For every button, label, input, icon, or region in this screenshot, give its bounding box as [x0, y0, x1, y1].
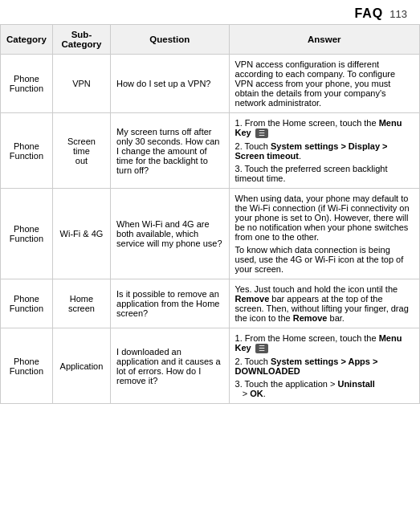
category-cell: PhoneFunction: [1, 55, 53, 113]
category-cell: PhoneFunction: [1, 328, 53, 404]
menu-key-icon: ☰: [255, 128, 268, 138]
subcategory-cell: Application: [52, 328, 110, 404]
subcategory-cell: VPN: [52, 55, 110, 113]
subcategory-cell: Wi-Fi & 4G: [52, 189, 110, 279]
faq-table: Category Sub-Category Question Answer Ph…: [0, 24, 420, 404]
table-row: PhoneFunction Application I downloaded a…: [1, 328, 420, 404]
subcategory-cell: Home screen: [52, 279, 110, 328]
answer-item: 1. From the Home screen, touch the Menu …: [235, 333, 414, 353]
answer-paragraph: When using data, your phone may default …: [235, 194, 414, 242]
answer-item: 1. From the Home screen, touch the Menu …: [235, 118, 414, 138]
table-row: PhoneFunction Wi-Fi & 4G When Wi-Fi and …: [1, 189, 420, 279]
col-header-subcategory: Sub-Category: [52, 25, 110, 55]
category-cell: PhoneFunction: [1, 113, 53, 189]
answer-item: 3. Touch the application > Uninstall > O…: [235, 379, 414, 398]
answer-item: 2. Touch System settings > Apps > DOWNLO…: [235, 357, 414, 376]
col-header-category: Category: [1, 25, 53, 55]
table-header-row: Category Sub-Category Question Answer: [1, 25, 420, 55]
menu-key-icon: ☰: [255, 344, 268, 353]
answer-cell: VPN access configuration is different ac…: [229, 55, 419, 113]
page-title: FAQ: [354, 6, 383, 21]
answer-cell: 1. From the Home screen, touch the Menu …: [229, 113, 419, 189]
question-cell: How do I set up a VPN?: [111, 55, 229, 113]
answer-item: 3. Touch the preferred screen backlight …: [235, 164, 414, 183]
answer-cell: 1. From the Home screen, touch the Menu …: [229, 328, 419, 404]
question-cell: When Wi-Fi and 4G are both available, wh…: [111, 189, 229, 279]
table-row: PhoneFunction VPN How do I set up a VPN?…: [1, 55, 420, 113]
page-header: FAQ 113: [0, 0, 420, 24]
category-cell: PhoneFunction: [1, 279, 53, 328]
answer-item: 2. Touch System settings > Display > Scr…: [235, 141, 414, 161]
col-header-answer: Answer: [229, 25, 419, 55]
question-cell: Is it possible to remove an application …: [111, 279, 229, 328]
answer-paragraph: To know which data connection is being u…: [235, 245, 414, 274]
category-cell: PhoneFunction: [1, 189, 53, 279]
question-cell: I downloaded an application and it cause…: [111, 328, 229, 404]
table-row: PhoneFunction Home screen Is it possible…: [1, 279, 420, 328]
col-header-question: Question: [111, 25, 229, 55]
page-number: 113: [389, 8, 407, 20]
answer-cell: Yes. Just touch and hold the icon until …: [229, 279, 419, 328]
question-cell: My screen turns off after only 30 second…: [111, 113, 229, 189]
table-row: PhoneFunction Screen timeout My screen t…: [1, 113, 420, 189]
answer-cell: When using data, your phone may default …: [229, 189, 419, 279]
subcategory-cell: Screen timeout: [52, 113, 110, 189]
